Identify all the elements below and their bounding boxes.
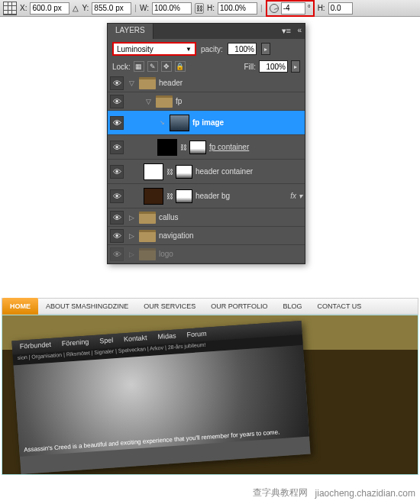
watermark: 查字典教程网 jiaocheng.chazidian.com — [253, 486, 415, 499]
layer-list: 👁 ▽ header 👁 ▽ fp 👁 ↘ fp image 👁 ⛓ fp co… — [108, 74, 305, 263]
nav-home[interactable]: HOME — [2, 298, 38, 315]
layer-thumbnail[interactable] — [157, 139, 177, 156]
mask-thumbnail[interactable] — [176, 165, 192, 179]
folder-icon — [139, 212, 156, 224]
mask-thumbnail[interactable] — [189, 141, 206, 154]
warp-caption: Assassin's Creed is a beautiful and exci… — [24, 428, 279, 453]
mask-link-icon[interactable]: ⛓ — [166, 192, 173, 200]
site-nav: HOME ABOUT SMASHINGDZINE OUR SERVICES OU… — [2, 298, 418, 315]
x-input[interactable] — [30, 2, 69, 15]
h-input[interactable] — [218, 2, 257, 15]
layer-row-fp-group[interactable]: 👁 ▽ fp — [108, 92, 305, 111]
mask-thumbnail[interactable] — [176, 189, 192, 203]
layer-row-fp-image[interactable]: 👁 ↘ fp image — [108, 111, 305, 135]
reference-point-grid[interactable] — [3, 2, 17, 15]
chevron-down-icon: ▼ — [186, 46, 192, 53]
h-label: H: — [207, 4, 215, 12]
visibility-icon[interactable]: 👁 — [110, 76, 124, 90]
watermark-url: jiaocheng.chazidian.com — [315, 488, 415, 499]
smart-object-icon: ↘ — [157, 119, 166, 126]
visibility-icon[interactable]: 👁 — [110, 165, 124, 179]
layer-fx-indicator[interactable]: fx▾ — [290, 192, 302, 200]
nav-contact[interactable]: CONTACT US — [310, 298, 370, 315]
lock-all-icon[interactable]: 🔒 — [175, 61, 186, 72]
layer-thumbnail[interactable] — [170, 115, 189, 131]
fill-label: Fill: — [244, 63, 256, 71]
angle-highlight: ° — [266, 0, 315, 17]
layer-name[interactable]: header bg — [195, 192, 230, 200]
layer-thumbnail[interactable] — [144, 188, 163, 205]
angle-icon — [270, 4, 279, 13]
lock-pixels-icon[interactable]: ✎ — [147, 61, 158, 72]
disclosure-icon[interactable]: ▷ — [127, 214, 136, 221]
fill-input[interactable]: 100% — [259, 60, 288, 73]
nav-services[interactable]: OUR SERVICES — [136, 298, 203, 315]
layer-row-header-group[interactable]: 👁 ▽ header — [108, 74, 305, 92]
layer-row-fp-container[interactable]: 👁 ⛓ fp container — [108, 135, 305, 160]
layer-name[interactable]: fp container — [209, 143, 249, 151]
visibility-icon[interactable]: 👁 — [110, 141, 124, 154]
mask-link-icon[interactable]: ⛓ — [180, 144, 186, 151]
layer-name[interactable]: navigation — [159, 231, 194, 240]
angle-unit: ° — [308, 4, 311, 12]
watermark-zh: 查字典教程网 — [253, 486, 308, 499]
disclosure-icon[interactable]: ▷ — [127, 250, 136, 258]
visibility-icon[interactable]: 👁 — [110, 211, 124, 225]
panel-collapse-icon[interactable]: « — [297, 26, 302, 34]
folder-icon — [139, 77, 156, 89]
x-label: X: — [20, 4, 27, 12]
fill-flyout-icon[interactable]: ▸ — [291, 60, 300, 73]
angle-input[interactable] — [281, 2, 305, 15]
folder-icon — [156, 95, 173, 108]
delta-icon[interactable]: △ — [73, 4, 79, 12]
folder-icon — [139, 248, 156, 260]
disclosure-icon[interactable]: ▽ — [144, 98, 153, 105]
visibility-icon[interactable]: 👁 — [110, 229, 124, 243]
nav-blog[interactable]: BLOG — [276, 298, 310, 315]
warp-hero-image: Assassin's Creed is a beautiful and exci… — [14, 345, 309, 457]
lock-transparency-icon[interactable]: ▦ — [134, 61, 144, 72]
layer-name[interactable]: header — [159, 79, 183, 87]
hero-background: Förbundet Förening Spel Kontakt Midas Fo… — [2, 315, 418, 475]
disclosure-icon[interactable]: ▷ — [127, 232, 136, 240]
opacity-input[interactable]: 100% — [228, 43, 257, 55]
y-input[interactable] — [92, 2, 131, 15]
nav-about[interactable]: ABOUT SMASHINGDZINE — [38, 298, 136, 315]
layer-row-header-bg[interactable]: 👁 ⛓ header bg fx▾ — [108, 184, 305, 208]
disclosure-icon[interactable]: ▽ — [127, 79, 136, 87]
layer-name[interactable]: header container — [195, 167, 253, 176]
nav-portfolio[interactable]: OUR PORTFOLIO — [203, 298, 275, 315]
chevron-down-icon: ▾ — [299, 192, 302, 200]
layer-name[interactable]: logo — [159, 250, 173, 258]
layer-name[interactable]: callus — [159, 213, 179, 221]
layer-name[interactable]: fp image — [192, 118, 224, 127]
visibility-icon[interactable]: 👁 — [110, 247, 124, 261]
fp-image-transformed[interactable]: Förbundet Förening Spel Kontakt Midas Fo… — [11, 321, 310, 474]
visibility-icon[interactable]: 👁 — [110, 95, 124, 108]
layers-panel: LAYERS ▾≡ « Luminosity ▼ pacity: 100% ▸ … — [107, 23, 305, 264]
layer-row-callus-group[interactable]: 👁 ▷ callus — [108, 208, 305, 227]
link-wh-icon[interactable]: ⛓ — [195, 3, 204, 14]
visibility-icon[interactable]: 👁 — [110, 116, 124, 130]
layer-thumbnail[interactable] — [144, 163, 163, 180]
layer-row-logo-group[interactable]: 👁 ▷ logo — [108, 245, 305, 263]
layers-tab[interactable]: LAYERS — [108, 24, 153, 39]
transform-options-bar: X: △ Y: | W: ⛓ H: | ° H: — [0, 0, 420, 17]
lock-position-icon[interactable]: ✥ — [161, 61, 172, 72]
y-label: Y: — [82, 4, 89, 12]
layer-row-navigation-group[interactable]: 👁 ▷ navigation — [108, 227, 305, 245]
blend-opacity-row: Luminosity ▼ pacity: 100% ▸ — [108, 39, 305, 59]
layer-name[interactable]: fp — [176, 97, 182, 105]
blend-mode-select[interactable]: Luminosity ▼ — [112, 42, 196, 56]
panel-menu-icon[interactable]: ▾≡ — [282, 26, 291, 36]
layer-row-header-container[interactable]: 👁 ⛓ header container — [108, 160, 305, 184]
w-input[interactable] — [152, 2, 192, 15]
skew-h-input[interactable] — [328, 2, 353, 15]
blend-mode-value: Luminosity — [117, 45, 153, 53]
lock-fill-row: Lock: ▦ ✎ ✥ 🔒 Fill: 100% ▸ — [108, 59, 305, 74]
w-label: W: — [140, 4, 149, 12]
visibility-icon[interactable]: 👁 — [110, 189, 124, 203]
lock-label: Lock: — [112, 63, 131, 71]
mask-link-icon[interactable]: ⛓ — [166, 168, 173, 176]
opacity-flyout-icon[interactable]: ▸ — [261, 43, 270, 55]
